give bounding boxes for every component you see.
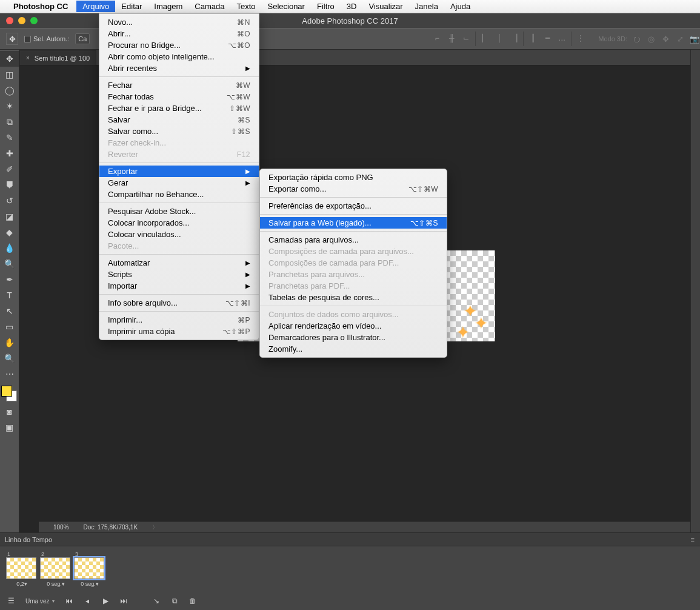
arquivo-item[interactable]: Procurar no Bridge...⌥⌘O xyxy=(99,39,259,51)
menubar-item-visualizar[interactable]: Visualizar xyxy=(362,1,408,12)
timeline-convert-icon[interactable]: ☰ xyxy=(5,595,17,606)
menubar-item-camada[interactable]: Camada xyxy=(188,1,230,12)
frame-thumbnail[interactable] xyxy=(40,557,70,579)
align-hcenter-icon[interactable]: │ xyxy=(493,32,506,45)
menubar-item-arquivo[interactable]: Arquivo xyxy=(76,1,115,12)
document-tab[interactable]: × Sem título1 @ 100 xyxy=(19,50,96,65)
wand-tool[interactable]: ✶ xyxy=(0,98,19,114)
timeline-frame[interactable]: 20 seg.▾ xyxy=(40,551,72,587)
delete-frame-button[interactable]: 🗑 xyxy=(187,595,199,606)
lasso-tool[interactable]: ◯ xyxy=(0,82,19,98)
distribute-h-icon[interactable]: ┃ xyxy=(526,32,539,45)
arquivo-item[interactable]: Colocar incorporados... xyxy=(99,217,259,229)
frame-duration[interactable]: 0,2▾ xyxy=(6,581,38,587)
exportar-item[interactable]: Exportação rápida como PNG xyxy=(260,172,447,183)
menubar-item-janela[interactable]: Janela xyxy=(409,1,444,12)
exportar-item[interactable]: Tabelas de pesquisa de cores... xyxy=(260,292,447,303)
doc-info[interactable]: Doc: 175,8K/703,1K xyxy=(84,524,138,531)
frame-duration[interactable]: 0 seg.▾ xyxy=(74,581,105,587)
arquivo-item[interactable]: Scripts▶ xyxy=(99,269,259,280)
zoom3d-icon[interactable]: 📷 xyxy=(689,33,700,44)
eyedropper-tool[interactable]: ✎ xyxy=(0,130,19,146)
dodge-tool[interactable]: 🔍 xyxy=(0,256,19,272)
brush-tool[interactable]: ✐ xyxy=(0,161,19,177)
arquivo-item[interactable]: Abrir como objeto inteligente... xyxy=(99,51,259,62)
bucket-tool[interactable]: ◆ xyxy=(0,224,19,240)
arquivo-item[interactable]: Pesquisar Adobe Stock... xyxy=(99,206,259,217)
exportar-item[interactable]: Zoomify... xyxy=(260,343,447,355)
duplicate-frame-button[interactable]: ⧉ xyxy=(168,595,181,606)
auto-select-dropdown[interactable]: Ca xyxy=(75,33,90,44)
more-align-icon[interactable]: ⋮ xyxy=(574,32,587,45)
type-tool[interactable]: T xyxy=(0,287,19,303)
foreground-color-swatch[interactable] xyxy=(1,386,12,397)
arquivo-item[interactable]: Info sobre arquivo...⌥⇧⌘I xyxy=(99,297,259,309)
auto-select-checkbox[interactable]: Sel. Autom.: xyxy=(24,35,69,42)
zoom-tool[interactable]: 🔍 xyxy=(0,350,19,366)
stamp-tool[interactable]: ⛊ xyxy=(0,177,19,193)
exportar-item[interactable]: Salvar para a Web (legado)...⌥⇧⌘S xyxy=(260,217,447,229)
heal-tool[interactable]: ✚ xyxy=(0,146,19,161)
menubar-item-ajuda[interactable]: Ajuda xyxy=(444,1,476,12)
path-select-tool[interactable]: ↖ xyxy=(0,303,19,319)
move-tool-icon[interactable]: ✥ xyxy=(6,33,18,45)
pen-tool[interactable]: ✒ xyxy=(0,272,19,287)
menubar-item-3d[interactable]: 3D xyxy=(341,1,363,12)
arquivo-item[interactable]: Novo...⌘N xyxy=(99,16,259,28)
hand-tool[interactable]: ✋ xyxy=(0,335,19,350)
arquivo-item[interactable]: Gerar▶ xyxy=(99,177,259,189)
exportar-item[interactable]: Exportar como...⌥⇧⌘W xyxy=(260,183,447,195)
distribute-3-icon[interactable]: … xyxy=(555,32,568,45)
app-name[interactable]: Photoshop CC xyxy=(13,2,68,11)
arquivo-item[interactable]: Colocar vinculados... xyxy=(99,229,259,240)
frame-duration[interactable]: 0 seg.▾ xyxy=(40,581,72,587)
align-right-icon[interactable]: ▕ xyxy=(507,32,521,45)
menubar-item-texto[interactable]: Texto xyxy=(230,1,261,12)
arquivo-item[interactable]: Automatizar▶ xyxy=(99,257,259,269)
first-frame-button[interactable]: ⏮ xyxy=(63,595,75,606)
screen-mode-icon[interactable]: ▣ xyxy=(0,420,19,435)
arquivo-item[interactable]: Fechar e ir para o Bridge...⇧⌘W xyxy=(99,102,259,114)
orbit-icon[interactable]: ⭮ xyxy=(631,33,642,44)
arquivo-item[interactable]: Abrir recentes▶ xyxy=(99,62,259,74)
slide-icon[interactable]: ⤢ xyxy=(675,33,685,44)
panel-menu-icon[interactable]: ≡ xyxy=(691,536,695,543)
align-top-icon[interactable]: ⌐ xyxy=(430,32,444,45)
arquivo-item[interactable]: Compartilhar no Behance... xyxy=(99,189,259,200)
menubar-item-filtro[interactable]: Filtro xyxy=(311,1,341,12)
exportar-item[interactable]: Demarcadores para o Illustrator... xyxy=(260,332,447,343)
color-swatch[interactable] xyxy=(0,386,19,404)
timeline-frame[interactable]: 30 seg.▾ xyxy=(74,551,105,587)
align-left-icon[interactable]: ▏ xyxy=(478,32,492,45)
menubar-item-editar[interactable]: Editar xyxy=(115,1,148,12)
quick-mask-icon[interactable]: ◙ xyxy=(0,404,19,420)
crop-tool[interactable]: ⧉ xyxy=(0,114,19,130)
arquivo-item[interactable]: Imprimir...⌘P xyxy=(99,314,259,326)
arquivo-item[interactable]: Fechar todas⌥⌘W xyxy=(99,91,259,102)
eraser-tool[interactable]: ◪ xyxy=(0,209,19,224)
timeline-header[interactable]: Linha do Tempo ≡ xyxy=(0,533,700,546)
arquivo-item[interactable]: Exportar▶ xyxy=(99,166,259,177)
loop-dropdown[interactable]: Uma vez xyxy=(23,596,57,606)
macos-menubar[interactable]: Photoshop CC ArquivoEditarImagemCamadaTe… xyxy=(0,0,700,13)
arquivo-item[interactable]: Imprimir uma cópia⌥⇧⌘P xyxy=(99,326,259,337)
timeline-frame[interactable]: 10,2▾ xyxy=(6,551,38,587)
arquivo-item[interactable]: Importar▶ xyxy=(99,280,259,292)
next-frame-button[interactable]: ⏭ xyxy=(118,595,130,606)
roll-icon[interactable]: ◎ xyxy=(645,33,656,44)
close-tab-icon[interactable]: × xyxy=(26,55,30,61)
menubar-item-imagem[interactable]: Imagem xyxy=(148,1,188,12)
frame-thumbnail[interactable] xyxy=(6,557,36,579)
distribute-v-icon[interactable]: ━ xyxy=(541,32,554,45)
blur-tool[interactable]: 💧 xyxy=(0,240,19,256)
prev-frame-button[interactable]: ◂ xyxy=(81,595,93,606)
play-button[interactable]: ▶ xyxy=(99,595,112,606)
marquee-tool[interactable]: ◫ xyxy=(0,67,19,82)
arquivo-item[interactable]: Abrir...⌘O xyxy=(99,28,259,39)
exportar-item[interactable]: Preferências de exportação... xyxy=(260,200,447,212)
move-tool[interactable]: ✥ xyxy=(0,51,19,67)
arquivo-item[interactable]: Salvar⌘S xyxy=(99,114,259,126)
zoom-level[interactable]: 100% xyxy=(53,524,69,531)
align-bottom-icon[interactable]: ⌙ xyxy=(459,32,473,45)
status-caret-icon[interactable]: 〉 xyxy=(152,523,158,532)
